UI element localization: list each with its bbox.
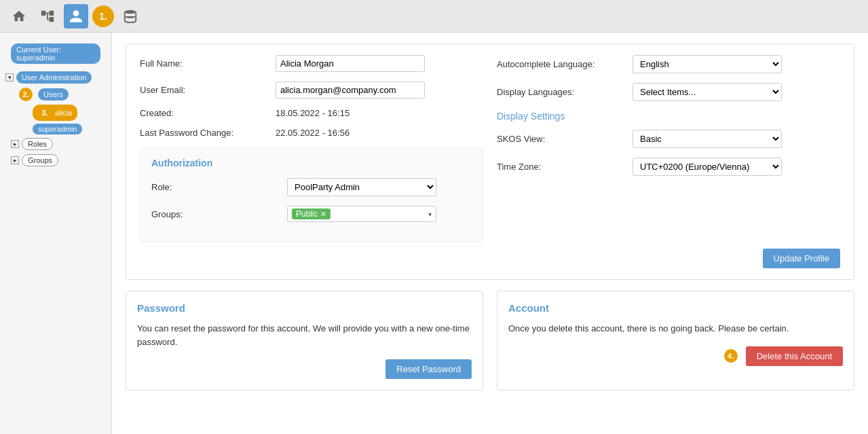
profile-left-col: Full Name: User Email: Created: 18.05.20… bbox=[140, 55, 483, 242]
roles-label[interactable]: Roles bbox=[22, 138, 53, 150]
groups-dropdown-arrow[interactable]: ▾ bbox=[428, 211, 432, 218]
full-name-input[interactable] bbox=[276, 55, 425, 72]
sitemap-nav-icon[interactable] bbox=[35, 4, 60, 29]
display-settings-title: Display Settings bbox=[497, 111, 840, 122]
sidebar: Current User: superadmin ▾ User Administ… bbox=[0, 33, 112, 434]
email-label: User Email: bbox=[140, 85, 276, 95]
password-section: Password You can reset the password for … bbox=[126, 291, 483, 391]
groups-section[interactable]: ▸ Groups bbox=[0, 152, 111, 168]
role-select[interactable]: PoolParty Admin bbox=[287, 178, 436, 196]
created-label: Created: bbox=[140, 108, 276, 118]
created-value: 18.05.2022 - 16:15 bbox=[276, 108, 350, 118]
account-section-footer: 4. Delete this Account bbox=[508, 346, 843, 366]
alicia-badge: 3. alicia bbox=[33, 105, 77, 121]
display-languages-label: Display Languages: bbox=[497, 87, 633, 97]
skos-view-row: SKOS View: Basic bbox=[497, 130, 840, 148]
password-section-text: You can reset the password for this acco… bbox=[137, 322, 472, 348]
alicia-user-item[interactable]: 3. alicia bbox=[14, 103, 111, 122]
last-pwd-label: Last Password Change: bbox=[140, 128, 276, 138]
step2-badge: 2. bbox=[19, 88, 33, 101]
display-languages-row: Display Languages: Select Items... bbox=[497, 83, 840, 101]
users-label[interactable]: Users bbox=[38, 88, 69, 101]
account-section-title: Account bbox=[508, 302, 843, 314]
reset-password-button[interactable]: Reset Password bbox=[385, 359, 472, 379]
timezone-row: Time Zone: UTC+0200 (Europe/Vienna) bbox=[497, 158, 840, 176]
home-nav-icon[interactable] bbox=[7, 4, 31, 29]
role-label: Role: bbox=[151, 182, 287, 192]
full-name-label: Full Name: bbox=[140, 58, 276, 69]
superadmin-badge: superadmin bbox=[33, 124, 82, 134]
update-profile-button[interactable]: Update Profile bbox=[763, 249, 840, 268]
display-languages-select[interactable]: Select Items... bbox=[633, 83, 782, 101]
email-row: User Email: bbox=[140, 82, 483, 98]
step1-nav-badge[interactable]: 1. bbox=[92, 5, 114, 27]
profile-right-col: Autocomplete Language: English Display L… bbox=[497, 55, 840, 242]
account-section-text: Once you delete this account, there is n… bbox=[508, 322, 843, 336]
groups-label: Groups: bbox=[151, 209, 287, 219]
superadmin-user-item[interactable]: superadmin bbox=[14, 122, 111, 136]
created-row: Created: 18.05.2022 - 16:15 bbox=[140, 108, 483, 118]
profile-form-section: Full Name: User Email: Created: 18.05.20… bbox=[126, 43, 854, 280]
svg-point-0 bbox=[125, 10, 136, 14]
step4-badge: 4. bbox=[724, 349, 738, 363]
public-group-tag: Public ✕ bbox=[292, 209, 331, 219]
autocomplete-lang-label: Autocomplete Language: bbox=[497, 59, 633, 69]
bottom-sections: Password You can reset the password for … bbox=[126, 291, 854, 391]
skos-view-label: SKOS View: bbox=[497, 134, 633, 144]
autocomplete-lang-select[interactable]: English bbox=[633, 55, 782, 73]
autocomplete-lang-row: Autocomplete Language: English bbox=[497, 55, 840, 73]
password-section-footer: Reset Password bbox=[137, 359, 472, 379]
admin-label[interactable]: User Administration bbox=[16, 71, 92, 84]
password-section-title: Password bbox=[137, 302, 472, 314]
admin-toggle[interactable]: ▾ bbox=[5, 73, 14, 82]
timezone-label: Time Zone: bbox=[497, 162, 633, 172]
groups-label[interactable]: Groups bbox=[22, 154, 58, 166]
top-navigation: 1. bbox=[0, 0, 868, 33]
last-pwd-value: 22.05.2022 - 16:56 bbox=[276, 128, 350, 138]
roles-section[interactable]: ▸ Roles bbox=[0, 136, 111, 152]
step3-badge: 3. bbox=[38, 106, 52, 120]
email-input[interactable] bbox=[276, 82, 425, 98]
full-name-row: Full Name: bbox=[140, 55, 483, 72]
current-user-label[interactable]: Current User: superadmin bbox=[11, 43, 100, 64]
delete-account-button[interactable]: Delete this Account bbox=[746, 346, 843, 366]
authorization-section: Authorization Role: PoolParty Admin Grou… bbox=[140, 147, 483, 242]
groups-input[interactable]: Public ✕ ▾ bbox=[287, 206, 436, 222]
user-nav-icon[interactable] bbox=[64, 4, 88, 29]
last-pwd-row: Last Password Change: 22.05.2022 - 16:56 bbox=[140, 128, 483, 138]
groups-toggle[interactable]: ▸ bbox=[11, 156, 19, 164]
remove-group-tag[interactable]: ✕ bbox=[320, 210, 326, 219]
roles-toggle[interactable]: ▸ bbox=[11, 140, 19, 148]
skos-view-select[interactable]: Basic bbox=[633, 130, 782, 148]
database-nav-icon[interactable] bbox=[118, 4, 143, 29]
groups-row: Groups: Public ✕ ▾ bbox=[151, 206, 472, 222]
authorization-title: Authorization bbox=[151, 158, 472, 168]
timezone-select[interactable]: UTC+0200 (Europe/Vienna) bbox=[633, 158, 782, 176]
update-profile-row: Update Profile bbox=[140, 249, 840, 268]
role-row: Role: PoolParty Admin bbox=[151, 178, 472, 196]
main-content: Full Name: User Email: Created: 18.05.20… bbox=[112, 33, 868, 434]
user-administration-section[interactable]: ▾ User Administration bbox=[0, 69, 111, 86]
account-section: Account Once you delete this account, th… bbox=[497, 291, 854, 391]
